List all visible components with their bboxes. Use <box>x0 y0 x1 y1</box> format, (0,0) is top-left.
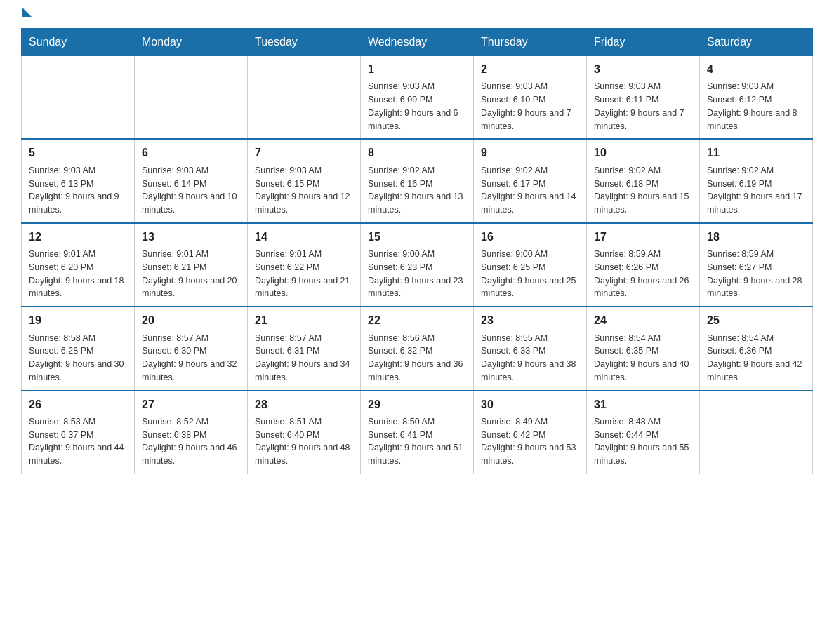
calendar-cell: 2Sunrise: 9:03 AM Sunset: 6:10 PM Daylig… <box>474 56 587 140</box>
day-number: 27 <box>142 397 240 412</box>
calendar-cell: 23Sunrise: 8:55 AM Sunset: 6:33 PM Dayli… <box>474 307 587 390</box>
day-info: Sunrise: 8:49 AM Sunset: 6:42 PM Dayligh… <box>481 415 579 468</box>
calendar-cell: 25Sunrise: 8:54 AM Sunset: 6:36 PM Dayli… <box>700 307 813 390</box>
day-of-week-header: Monday <box>135 29 248 56</box>
day-info: Sunrise: 9:03 AM Sunset: 6:09 PM Dayligh… <box>368 80 466 133</box>
day-number: 1 <box>368 62 466 77</box>
day-info: Sunrise: 9:03 AM Sunset: 6:13 PM Dayligh… <box>29 164 127 217</box>
day-info: Sunrise: 8:52 AM Sunset: 6:38 PM Dayligh… <box>142 415 240 468</box>
calendar-cell: 17Sunrise: 8:59 AM Sunset: 6:26 PM Dayli… <box>587 223 700 307</box>
day-info: Sunrise: 9:03 AM Sunset: 6:14 PM Dayligh… <box>142 164 240 217</box>
calendar-cell: 4Sunrise: 9:03 AM Sunset: 6:12 PM Daylig… <box>700 56 813 140</box>
day-number: 20 <box>142 313 240 328</box>
day-number: 7 <box>255 145 353 161</box>
calendar-week-row: 26Sunrise: 8:53 AM Sunset: 6:37 PM Dayli… <box>22 391 813 474</box>
calendar-cell: 3Sunrise: 9:03 AM Sunset: 6:11 PM Daylig… <box>587 56 700 140</box>
day-number: 25 <box>707 313 805 328</box>
day-number: 21 <box>255 313 353 328</box>
calendar-cell: 9Sunrise: 9:02 AM Sunset: 6:17 PM Daylig… <box>474 139 587 222</box>
calendar-week-row: 5Sunrise: 9:03 AM Sunset: 6:13 PM Daylig… <box>22 139 813 222</box>
day-info: Sunrise: 8:54 AM Sunset: 6:36 PM Dayligh… <box>707 332 805 384</box>
day-number: 15 <box>368 229 466 245</box>
calendar-cell: 28Sunrise: 8:51 AM Sunset: 6:40 PM Dayli… <box>248 391 361 474</box>
calendar-cell: 8Sunrise: 9:02 AM Sunset: 6:16 PM Daylig… <box>361 139 474 222</box>
day-info: Sunrise: 9:02 AM Sunset: 6:17 PM Dayligh… <box>481 164 579 217</box>
day-info: Sunrise: 9:00 AM Sunset: 6:23 PM Dayligh… <box>368 248 466 300</box>
calendar-cell: 14Sunrise: 9:01 AM Sunset: 6:22 PM Dayli… <box>248 223 361 307</box>
day-info: Sunrise: 8:50 AM Sunset: 6:41 PM Dayligh… <box>368 415 466 468</box>
calendar-cell: 29Sunrise: 8:50 AM Sunset: 6:41 PM Dayli… <box>361 391 474 474</box>
day-number: 8 <box>368 145 466 161</box>
day-number: 6 <box>142 145 240 161</box>
day-number: 3 <box>594 62 692 77</box>
day-number: 28 <box>255 397 353 412</box>
calendar-cell: 22Sunrise: 8:56 AM Sunset: 6:32 PM Dayli… <box>361 307 474 390</box>
calendar-cell: 12Sunrise: 9:01 AM Sunset: 6:20 PM Dayli… <box>22 223 135 307</box>
day-info: Sunrise: 8:55 AM Sunset: 6:33 PM Dayligh… <box>481 332 579 384</box>
day-number: 4 <box>707 62 805 77</box>
day-info: Sunrise: 8:57 AM Sunset: 6:31 PM Dayligh… <box>255 332 353 384</box>
calendar-cell <box>135 56 248 140</box>
day-of-week-header: Saturday <box>700 29 813 56</box>
day-number: 2 <box>481 62 579 77</box>
calendar-cell <box>248 56 361 140</box>
day-info: Sunrise: 8:51 AM Sunset: 6:40 PM Dayligh… <box>255 415 353 468</box>
day-info: Sunrise: 9:01 AM Sunset: 6:20 PM Dayligh… <box>29 248 127 300</box>
calendar-cell: 13Sunrise: 9:01 AM Sunset: 6:21 PM Dayli… <box>135 223 248 307</box>
calendar-cell: 18Sunrise: 8:59 AM Sunset: 6:27 PM Dayli… <box>700 223 813 307</box>
day-info: Sunrise: 8:57 AM Sunset: 6:30 PM Dayligh… <box>142 332 240 384</box>
day-info: Sunrise: 9:02 AM Sunset: 6:18 PM Dayligh… <box>594 164 692 217</box>
calendar-cell: 6Sunrise: 9:03 AM Sunset: 6:14 PM Daylig… <box>135 139 248 222</box>
logo-arrow-icon <box>22 7 32 17</box>
calendar-cell: 1Sunrise: 9:03 AM Sunset: 6:09 PM Daylig… <box>361 56 474 140</box>
day-of-week-header: Wednesday <box>361 29 474 56</box>
day-number: 11 <box>707 145 805 161</box>
calendar-cell <box>22 56 135 140</box>
calendar-cell: 20Sunrise: 8:57 AM Sunset: 6:30 PM Dayli… <box>135 307 248 390</box>
calendar-cell: 7Sunrise: 9:03 AM Sunset: 6:15 PM Daylig… <box>248 139 361 222</box>
day-number: 16 <box>481 229 579 245</box>
calendar-cell: 10Sunrise: 9:02 AM Sunset: 6:18 PM Dayli… <box>587 139 700 222</box>
calendar-cell: 21Sunrise: 8:57 AM Sunset: 6:31 PM Dayli… <box>248 307 361 390</box>
day-number: 24 <box>594 313 692 328</box>
day-number: 31 <box>594 397 692 412</box>
calendar-header-row: SundayMondayTuesdayWednesdayThursdayFrid… <box>22 29 813 56</box>
day-info: Sunrise: 9:02 AM Sunset: 6:19 PM Dayligh… <box>707 164 805 217</box>
day-info: Sunrise: 8:56 AM Sunset: 6:32 PM Dayligh… <box>368 332 466 384</box>
day-number: 22 <box>368 313 466 328</box>
day-number: 29 <box>368 397 466 412</box>
day-number: 5 <box>29 145 127 161</box>
day-number: 13 <box>142 229 240 245</box>
calendar-cell: 30Sunrise: 8:49 AM Sunset: 6:42 PM Dayli… <box>474 391 587 474</box>
day-info: Sunrise: 9:03 AM Sunset: 6:11 PM Dayligh… <box>594 80 692 133</box>
day-info: Sunrise: 8:59 AM Sunset: 6:27 PM Dayligh… <box>707 248 805 300</box>
logo <box>21 14 32 17</box>
day-info: Sunrise: 8:54 AM Sunset: 6:35 PM Dayligh… <box>594 332 692 384</box>
calendar-cell <box>700 391 813 474</box>
day-of-week-header: Sunday <box>22 29 135 56</box>
day-info: Sunrise: 9:03 AM Sunset: 6:12 PM Dayligh… <box>707 80 805 133</box>
calendar-week-row: 19Sunrise: 8:58 AM Sunset: 6:28 PM Dayli… <box>22 307 813 390</box>
day-number: 23 <box>481 313 579 328</box>
calendar-cell: 19Sunrise: 8:58 AM Sunset: 6:28 PM Dayli… <box>22 307 135 390</box>
calendar-cell: 27Sunrise: 8:52 AM Sunset: 6:38 PM Dayli… <box>135 391 248 474</box>
day-info: Sunrise: 9:02 AM Sunset: 6:16 PM Dayligh… <box>368 164 466 217</box>
day-number: 30 <box>481 397 579 412</box>
day-info: Sunrise: 9:01 AM Sunset: 6:22 PM Dayligh… <box>255 248 353 300</box>
day-number: 12 <box>29 229 127 245</box>
day-info: Sunrise: 8:58 AM Sunset: 6:28 PM Dayligh… <box>29 332 127 384</box>
day-number: 17 <box>594 229 692 245</box>
day-info: Sunrise: 9:01 AM Sunset: 6:21 PM Dayligh… <box>142 248 240 300</box>
calendar-cell: 5Sunrise: 9:03 AM Sunset: 6:13 PM Daylig… <box>22 139 135 222</box>
day-info: Sunrise: 9:00 AM Sunset: 6:25 PM Dayligh… <box>481 248 579 300</box>
day-number: 14 <box>255 229 353 245</box>
day-number: 18 <box>707 229 805 245</box>
calendar-table: SundayMondayTuesdayWednesdayThursdayFrid… <box>21 28 813 474</box>
day-of-week-header: Thursday <box>474 29 587 56</box>
calendar-week-row: 12Sunrise: 9:01 AM Sunset: 6:20 PM Dayli… <box>22 223 813 307</box>
day-info: Sunrise: 8:48 AM Sunset: 6:44 PM Dayligh… <box>594 415 692 468</box>
day-info: Sunrise: 8:59 AM Sunset: 6:26 PM Dayligh… <box>594 248 692 300</box>
day-number: 26 <box>29 397 127 412</box>
day-info: Sunrise: 9:03 AM Sunset: 6:10 PM Dayligh… <box>481 80 579 133</box>
calendar-week-row: 1Sunrise: 9:03 AM Sunset: 6:09 PM Daylig… <box>22 56 813 140</box>
